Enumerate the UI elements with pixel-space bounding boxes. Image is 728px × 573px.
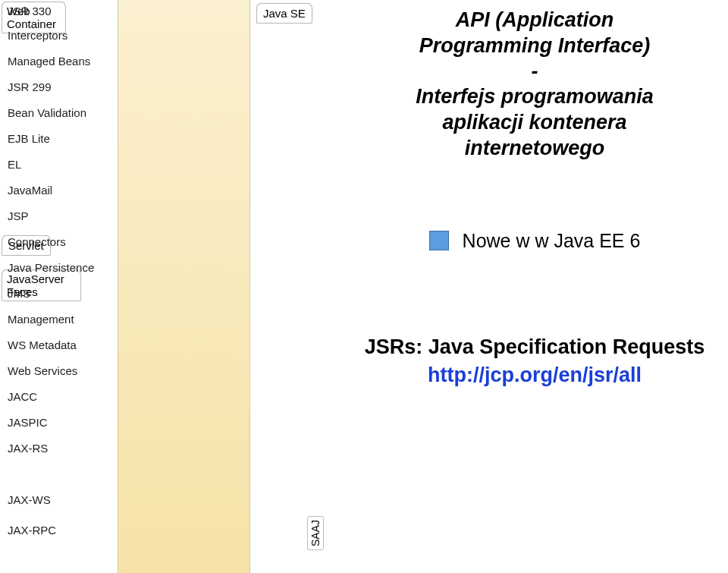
api-connectors: Connectors bbox=[8, 235, 66, 248]
api-web-services: Web Services bbox=[8, 364, 77, 377]
column-apis bbox=[118, 0, 250, 573]
api-jms: JMS bbox=[8, 287, 30, 300]
tab-java-se: Java SE bbox=[256, 3, 312, 24]
api-jaspic: JASPIC bbox=[8, 416, 48, 429]
api-jacc: JACC bbox=[8, 390, 37, 403]
api-ejb-lite: EJB Lite bbox=[8, 132, 50, 145]
api-management: Management bbox=[8, 313, 74, 326]
tab-saaj: SAAJ bbox=[307, 516, 324, 550]
jsrs-link[interactable]: http://jcp.org/en/jsr/all bbox=[349, 364, 720, 387]
api-title-l3: - bbox=[349, 59, 720, 85]
diagram-left: Web Container Servlet JavaServer Faces J… bbox=[0, 0, 334, 573]
api-jsp: JSP bbox=[8, 209, 29, 222]
content-right: API (Application Programming Interface) … bbox=[349, 8, 720, 387]
api-jsr-330: JSR 330 bbox=[8, 5, 52, 17]
api-title-l2: Programming Interface) bbox=[349, 33, 720, 59]
api-jsr-299: JSR 299 bbox=[8, 80, 52, 93]
api-javamail: JavaMail bbox=[8, 184, 52, 197]
api-jax-ws: JAX-WS bbox=[8, 493, 51, 506]
api-jax-rs: JAX-RS bbox=[8, 442, 48, 455]
column-stack bbox=[250, 0, 330, 573]
legend-swatch-icon bbox=[429, 231, 449, 250]
api-title: API (Application Programming Interface) … bbox=[349, 8, 720, 162]
api-java-persistence: Java Persistence bbox=[8, 261, 94, 274]
api-title-l5: aplikacji kontenera bbox=[349, 110, 720, 136]
api-managed-beans: Managed Beans bbox=[8, 55, 90, 68]
api-title-l4: Interfejs programowania bbox=[349, 84, 720, 110]
legend-text: Nowe w w Java EE 6 bbox=[463, 230, 641, 252]
api-jax-rpc: JAX-RPC bbox=[8, 524, 56, 537]
api-title-l1: API (Application bbox=[349, 8, 720, 33]
api-bean-validation: Bean Validation bbox=[8, 106, 86, 119]
api-ws-metadata: WS Metadata bbox=[8, 338, 77, 351]
api-title-l6: internetowego bbox=[349, 136, 720, 162]
tab-jsf-l1: JavaServer bbox=[7, 272, 76, 285]
legend: Nowe w w Java EE 6 bbox=[349, 230, 720, 252]
api-interceptors: Interceptors bbox=[8, 29, 67, 42]
api-el: EL bbox=[8, 158, 21, 171]
jsrs-heading: JSRs: Java Specification Requests bbox=[349, 335, 720, 359]
